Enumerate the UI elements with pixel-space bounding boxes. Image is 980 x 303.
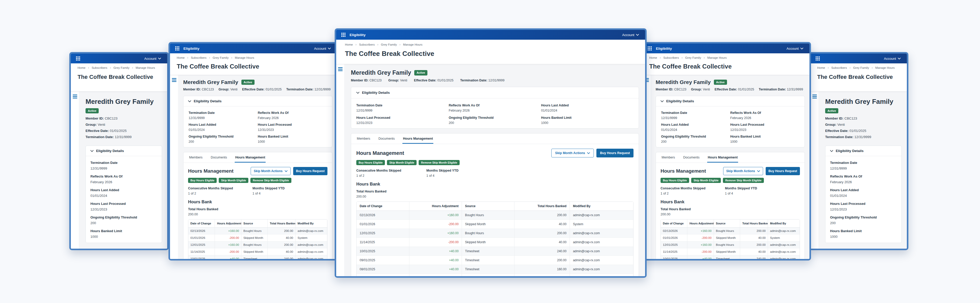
col-source: Source (241, 220, 267, 228)
app-title: Eligibility (656, 47, 672, 51)
table-row: 01/01/2026-200.00Skipped Month40.00Syste… (356, 220, 633, 228)
table-header-row: Date of Change Hours Adjustment Source T… (661, 220, 800, 228)
chevron-down-icon (660, 100, 663, 102)
member-effective-date: Effective Date:01/01/2025 (825, 129, 902, 133)
breadcrumb-grey-family[interactable]: Grey Family (113, 66, 129, 69)
eligibility-details-toggle[interactable]: Eligibility Details (826, 146, 901, 156)
member-termination-date: Termination Date:12/31/9999 (286, 88, 331, 91)
breadcrumb-subscribers[interactable]: Subscribers (92, 66, 107, 69)
breadcrumb-subscribers[interactable]: Subscribers (663, 56, 679, 59)
account-menu[interactable]: Account (884, 57, 900, 61)
member-meta: Member ID:CBC123 Group:Venti Effective D… (825, 116, 902, 139)
field-termination-date: Termination Date 12/31/9999 (356, 100, 449, 112)
field-reflects-work-as-of: Reflects Work As Of February 2026 (258, 108, 327, 120)
chip-skip-month-eligible: Skip Month Eligible (219, 178, 248, 183)
hours-bank-table: Date of Change Hours Adjustment Source T… (188, 219, 328, 260)
skip-stats: Consecutive Months Skipped 1 of 2 Months… (660, 187, 800, 195)
menu-icon[interactable] (172, 78, 177, 83)
breadcrumb-home[interactable]: Home (649, 56, 657, 59)
eligibility-details-toggle[interactable]: Eligibility Details (183, 96, 332, 107)
menu-icon[interactable] (73, 94, 77, 99)
status-badge: Active (714, 80, 727, 85)
tab-members[interactable]: Members (356, 134, 371, 144)
menu-icon[interactable] (338, 67, 343, 72)
eligibility-details-title: Eligibility Details (666, 99, 694, 103)
breadcrumb-separator-icon: › (88, 66, 89, 70)
eligibility-details-card: Eligibility Details Termination Date 12/… (825, 145, 902, 243)
app-launcher-icon[interactable] (76, 56, 80, 61)
breadcrumb-home[interactable]: Home (78, 66, 86, 69)
tab-documents[interactable]: Documents (683, 152, 700, 163)
chip-buy-hours-eligible: Buy Hours Eligible (660, 178, 689, 183)
breadcrumb-manage-hours[interactable]: Manage Hours (875, 66, 894, 69)
col-total-hours-banked: Total Hours Banked (740, 220, 768, 228)
eligibility-details-toggle[interactable]: Eligibility Details (656, 96, 805, 107)
app-launcher-icon[interactable] (816, 56, 820, 61)
account-label: Account (786, 47, 799, 51)
tab-bar: Members Documents Hours Management (351, 134, 639, 144)
app-title: Eligibility (183, 47, 199, 51)
breadcrumb-manage-hours[interactable]: Manage Hours (235, 56, 254, 59)
table-row: 07/01/2025+40.00Timesheet120.00admin@cap… (356, 274, 633, 278)
breadcrumb-subscribers[interactable]: Subscribers (191, 56, 207, 59)
menu-icon[interactable] (812, 94, 817, 99)
member-header: Meredith Grey Family Active Member ID:CB… (655, 79, 805, 91)
col-modified-by: Modified By (570, 202, 633, 211)
member-header: Meredith Grey Family Active Member ID:CB… (825, 98, 902, 139)
skip-month-actions-button[interactable]: Skip Month Actions (551, 149, 594, 158)
app-launcher-icon[interactable] (341, 33, 345, 37)
account-menu[interactable]: Account (144, 57, 161, 61)
breadcrumb-subscribers[interactable]: Subscribers (359, 43, 375, 46)
app-launcher-icon[interactable] (648, 46, 652, 51)
breadcrumb-home[interactable]: Home (345, 43, 353, 46)
buy-hours-request-button[interactable]: Buy Hours Request (597, 149, 633, 158)
breadcrumb: Home › Subscribers › Grey Family › Manag… (177, 56, 330, 59)
skip-month-actions-button[interactable]: Skip Month Actions (723, 167, 763, 175)
tab-documents[interactable]: Documents (378, 134, 395, 144)
breadcrumb-manage-hours[interactable]: Manage Hours (707, 56, 727, 59)
breadcrumb-home[interactable]: Home (817, 66, 825, 69)
member-effective-date: Effective Date:01/01/2025 (414, 78, 453, 82)
tab-hours-management[interactable]: Hours Management (402, 134, 433, 144)
col-date-of-change: Date of Change (188, 220, 215, 228)
breadcrumb-grey-family[interactable]: Grey Family (213, 56, 229, 59)
eligibility-fields: Termination Date 12/31/9999 Reflects Wor… (183, 107, 332, 147)
col-modified-by: Modified By (295, 220, 327, 228)
breadcrumb-separator-icon: › (187, 56, 188, 59)
tab-members[interactable]: Members (189, 152, 203, 163)
account-menu[interactable]: Account (622, 33, 639, 37)
account-menu[interactable]: Account (314, 47, 331, 51)
eligibility-fields: Termination Date 12/31/9999 Reflects Wor… (826, 156, 901, 243)
buy-hours-request-button[interactable]: Buy Hours Request (293, 167, 328, 175)
account-menu[interactable]: Account (786, 47, 803, 51)
app-launcher-icon[interactable] (175, 46, 179, 51)
account-label: Account (144, 57, 156, 61)
table-header-row: Date of Change Hours Adjustment Source T… (188, 220, 327, 228)
buy-hours-request-button[interactable]: Buy Hours Request (766, 167, 800, 175)
tab-members[interactable]: Members (661, 152, 676, 163)
breadcrumb-manage-hours[interactable]: Manage Hours (135, 66, 155, 69)
eligibility-details-toggle[interactable]: Eligibility Details (351, 87, 639, 99)
page-header: Home › Subscribers › Grey Family › Manag… (71, 64, 167, 91)
tab-documents[interactable]: Documents (210, 152, 228, 163)
breadcrumb-grey-family[interactable]: Grey Family (685, 56, 701, 59)
eligibility-fields: Termination Date 12/31/9999 Reflects Wor… (351, 99, 639, 128)
tab-hours-management[interactable]: Hours Management (235, 152, 266, 163)
tab-bar: Members Documents Hours Management (183, 152, 332, 163)
page-body: Meredith Grey Family Active Member ID:CB… (810, 91, 907, 249)
hours-management-title: Hours Management (188, 168, 234, 174)
stat-consecutive-months-skipped: Consecutive Months Skipped 1 of 2 (188, 187, 253, 195)
hours-bank-title: Hours Bank (356, 182, 633, 187)
member-group: Group:Venti (825, 123, 902, 126)
breadcrumb-separator-icon: › (872, 66, 873, 70)
breadcrumb-grey-family[interactable]: Grey Family (381, 43, 397, 46)
member-tabs-card: Members Documents Hours Management Hours… (655, 152, 805, 260)
breadcrumb-grey-family[interactable]: Grey Family (853, 66, 869, 69)
breadcrumb-separator-icon: › (850, 66, 850, 70)
breadcrumb-home[interactable]: Home (177, 56, 185, 59)
skip-month-actions-button[interactable]: Skip Month Actions (251, 167, 291, 175)
tab-hours-management[interactable]: Hours Management (707, 152, 738, 163)
eligibility-details-toggle[interactable]: Eligibility Details (86, 146, 162, 156)
breadcrumb-manage-hours[interactable]: Manage Hours (403, 43, 422, 46)
breadcrumb-subscribers[interactable]: Subscribers (831, 66, 847, 69)
